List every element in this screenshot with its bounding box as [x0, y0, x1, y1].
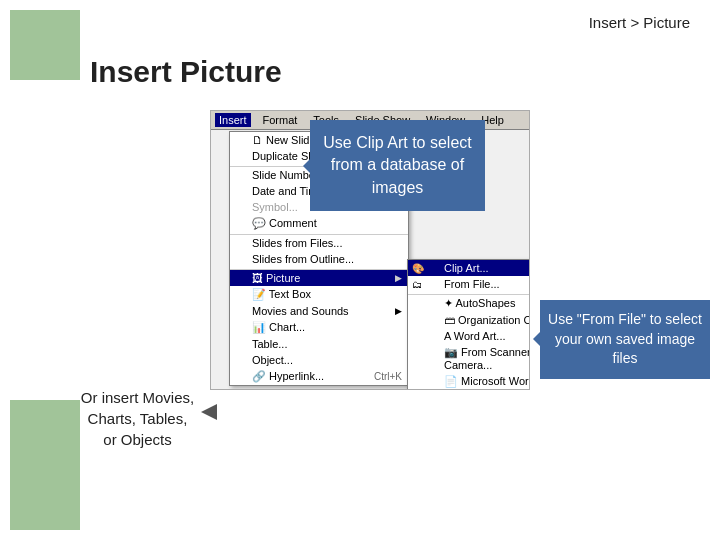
menu-comment[interactable]: 💬 Comment: [230, 215, 408, 232]
submenu-wordart[interactable]: A Word Art...: [408, 328, 530, 344]
deco-square-topleft: [10, 10, 80, 80]
menu-text-box[interactable]: 📝 Text Box: [230, 286, 408, 303]
menu-movies-sounds[interactable]: Movies and Sounds▶: [230, 303, 408, 319]
breadcrumb: Insert > Picture: [589, 14, 690, 32]
callout-clip-art: Use Clip Art to select from a database o…: [310, 120, 485, 211]
submenu-word-table[interactable]: 📄 Microsoft Word Table...: [408, 373, 530, 390]
picture-submenu: 🎨 Clip Art... 🗂 From File... ✦ AutoShape…: [407, 259, 530, 390]
menu-hyperlink[interactable]: 🔗 Hyperlink...Ctrl+K: [230, 368, 408, 385]
menu-chart[interactable]: 📊 Chart...: [230, 319, 408, 336]
submenu-clip-art[interactable]: 🎨 Clip Art...: [408, 260, 530, 276]
submenu-autoshapes[interactable]: ✦ AutoShapes: [408, 295, 530, 312]
arrow-left-label: [197, 404, 217, 420]
menu-object[interactable]: Object...: [230, 352, 408, 368]
menu-item-format[interactable]: Format: [259, 113, 302, 127]
submenu-scanner[interactable]: 📷 From Scanner or Camera...: [408, 344, 530, 373]
menu-slides-files[interactable]: Slides from Files...: [230, 234, 408, 251]
submenu-from-file[interactable]: 🗂 From File...: [408, 276, 530, 292]
submenu-org-chart[interactable]: 🗃 Organization Chart: [408, 312, 530, 328]
menu-picture[interactable]: 🖼 Picture▶: [230, 269, 408, 286]
menu-slides-outline[interactable]: Slides from Outline...: [230, 251, 408, 267]
callout-from-file: Use "From File" to select your own saved…: [540, 300, 710, 379]
page-title: Insert Picture: [90, 55, 282, 89]
menu-item-insert[interactable]: Insert: [215, 113, 251, 127]
deco-square-bottomleft: [10, 400, 80, 530]
left-label: Or insert Movies, Charts, Tables, or Obj…: [80, 387, 195, 450]
menu-table[interactable]: Table...: [230, 336, 408, 352]
